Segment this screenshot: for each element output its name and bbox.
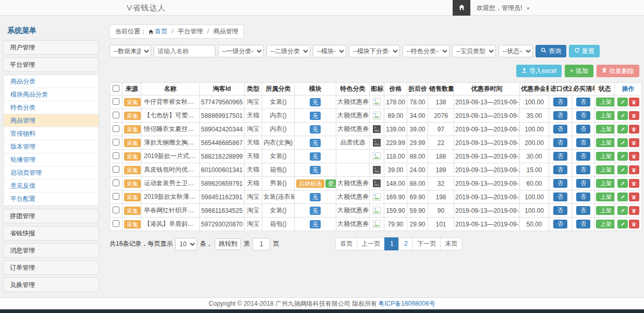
import-select-toggle[interactable]: 否 (553, 179, 567, 188)
delete-button[interactable] (629, 152, 639, 161)
sidebar-item[interactable]: 拼团管理 (3, 209, 99, 223)
import-select-toggle[interactable]: 否 (553, 111, 567, 120)
edit-button[interactable] (617, 192, 628, 201)
delete-button[interactable] (629, 125, 639, 134)
edit-button[interactable] (617, 220, 628, 228)
product-name-input[interactable] (154, 45, 215, 57)
pager-page-2[interactable]: 2 (398, 237, 413, 250)
sidebar-item[interactable]: 兑换管理 (3, 278, 99, 292)
sidebar-subitem[interactable]: 平台配置 (4, 192, 99, 206)
row-checkbox[interactable] (113, 152, 119, 159)
delete-button[interactable] (629, 206, 639, 215)
batch-delete-button[interactable]: 批量删除 (597, 65, 639, 77)
filter-status-select[interactable]: --状态-- (499, 45, 533, 57)
edit-button[interactable] (617, 165, 628, 174)
breadcrumb-home-link[interactable]: 首页 (155, 28, 167, 35)
sidebar-subitem[interactable]: 商品管理 (4, 114, 99, 127)
filter-item-type-select[interactable]: --宝贝类型-- (452, 45, 496, 57)
import-select-toggle[interactable]: 否 (553, 125, 567, 134)
must-buy-toggle[interactable]: 否 (576, 152, 590, 161)
pager-first[interactable]: 首页 (335, 237, 357, 250)
import-select-toggle[interactable]: 否 (553, 138, 567, 147)
row-checkbox[interactable] (113, 220, 119, 227)
delete-button[interactable] (629, 179, 639, 188)
import-select-toggle[interactable]: 否 (553, 165, 567, 174)
row-checkbox[interactable] (113, 207, 119, 213)
must-buy-toggle[interactable]: 否 (576, 179, 590, 188)
sidebar-item[interactable]: 消息管理 (3, 243, 99, 258)
pager-prev[interactable]: 上一页 (357, 237, 385, 250)
edit-button[interactable] (617, 98, 628, 106)
edit-button[interactable] (617, 125, 628, 134)
import-select-toggle[interactable]: 否 (553, 220, 567, 228)
edit-button[interactable] (617, 152, 628, 161)
must-buy-toggle[interactable]: 否 (576, 138, 590, 147)
sidebar-subitem[interactable]: 模块商品分类 (4, 88, 99, 101)
status-button[interactable]: 上架 (596, 192, 615, 201)
home-button[interactable] (453, 0, 470, 16)
sidebar-subitem[interactable]: 意见反馈 (4, 179, 99, 192)
sidebar-subitem[interactable]: 商品分类 (4, 75, 99, 88)
add-button[interactable]: + 添加 (565, 65, 593, 77)
row-checkbox[interactable] (113, 98, 119, 105)
import-select-toggle[interactable]: 否 (553, 152, 567, 161)
sidebar-item[interactable]: 平台管理 (3, 57, 99, 72)
filter-module-sub-select[interactable]: --模块下分类-- (349, 45, 400, 57)
delete-button[interactable] (629, 138, 639, 147)
edit-button[interactable] (617, 111, 628, 120)
row-checkbox[interactable] (113, 179, 119, 186)
must-buy-toggle[interactable]: 否 (576, 165, 590, 174)
row-checkbox[interactable] (113, 112, 119, 118)
status-button[interactable]: 上架 (596, 165, 615, 174)
status-button[interactable]: 上架 (596, 98, 615, 106)
row-checkbox[interactable] (113, 193, 119, 200)
edit-button[interactable] (617, 138, 628, 147)
pager-page-1[interactable]: 1 (384, 237, 399, 250)
delete-button[interactable] (629, 111, 639, 120)
edit-button[interactable] (617, 206, 628, 215)
status-button[interactable]: 上架 (596, 179, 615, 188)
status-button[interactable]: 上架 (596, 206, 615, 215)
must-buy-toggle[interactable]: 否 (576, 206, 590, 215)
must-buy-toggle[interactable]: 否 (576, 98, 590, 106)
delete-button[interactable] (629, 220, 639, 228)
delete-button[interactable] (629, 98, 639, 106)
import-select-toggle[interactable]: 否 (553, 192, 567, 201)
sidebar-subitem[interactable]: 轮播管理 (4, 153, 99, 166)
delete-button[interactable] (629, 192, 639, 201)
search-button[interactable]: 查询 (536, 45, 566, 57)
row-checkbox[interactable] (113, 139, 119, 146)
sidebar-subitem[interactable]: 宣传物料 (4, 127, 99, 140)
sidebar-item[interactable]: 订单管理 (3, 260, 99, 275)
import-select-toggle[interactable]: 否 (553, 98, 567, 106)
pager-next[interactable]: 下一页 (412, 237, 441, 250)
must-buy-toggle[interactable]: 否 (576, 192, 590, 201)
filter-level1-select[interactable]: --一级分类-- (218, 45, 264, 57)
sidebar-item[interactable]: 省钱快报 (3, 226, 99, 240)
filter-source-select[interactable]: --数据来源-- (110, 45, 151, 57)
icp-link[interactable]: 粤ICP备16098006号 (378, 300, 435, 307)
pager-last[interactable]: 末页 (440, 237, 462, 250)
must-buy-toggle[interactable]: 否 (576, 111, 590, 120)
must-buy-toggle[interactable]: 否 (576, 220, 590, 228)
must-buy-toggle[interactable]: 否 (576, 125, 590, 134)
delete-button[interactable] (629, 165, 639, 174)
sidebar-item[interactable]: 用户管理 (3, 40, 99, 55)
sidebar-subitem[interactable]: 版本管理 (4, 140, 99, 153)
sidebar-subitem[interactable]: 启动页管理 (4, 166, 99, 179)
row-checkbox[interactable] (113, 166, 119, 173)
sidebar-subitem[interactable]: 特色分类 (4, 101, 99, 114)
status-button[interactable]: 上架 (596, 138, 615, 147)
filter-special-select[interactable]: --特色分类-- (403, 45, 449, 57)
row-checkbox[interactable] (113, 125, 119, 132)
reset-button[interactable]: 重置 (569, 45, 600, 57)
filter-level2-select[interactable]: --二级分类-- (266, 45, 310, 57)
jump-page-input[interactable] (252, 238, 270, 250)
edit-button[interactable] (617, 179, 628, 188)
jump-button[interactable]: 跳转到 (215, 238, 241, 250)
filter-module-select[interactable]: --模块-- (313, 45, 346, 57)
import-select-toggle[interactable]: 否 (553, 206, 567, 215)
import-excel-button[interactable]: 导入excel (516, 65, 562, 77)
status-button[interactable]: 上架 (596, 111, 615, 120)
user-menu[interactable]: 欢迎您，管理员! ▼ (470, 4, 538, 13)
